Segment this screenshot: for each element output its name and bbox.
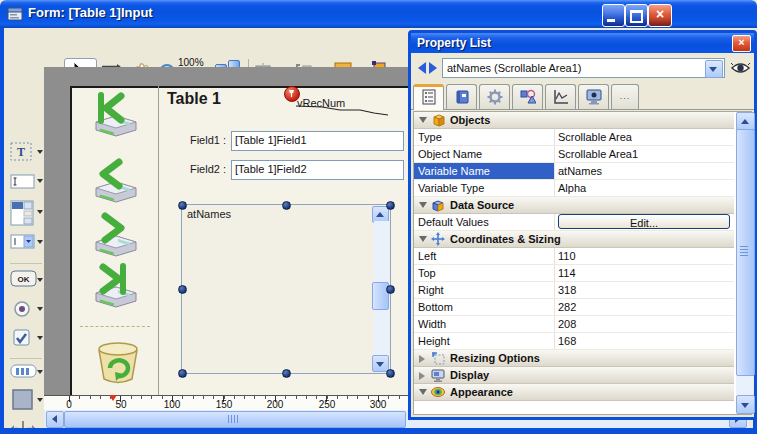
close-button[interactable]: ×	[648, 4, 672, 27]
listbox-dropdown-arrow[interactable]	[37, 210, 43, 214]
property-row-default-values[interactable]: Default Values Edit...	[414, 214, 734, 231]
rectangle-dropdown-arrow[interactable]	[37, 398, 43, 402]
svg-text:T: T	[17, 145, 25, 159]
property-list-titlebar[interactable]: Property List ×	[411, 33, 754, 53]
first-record-button[interactable]	[90, 90, 142, 140]
selection-handle[interactable]	[386, 369, 395, 378]
group-resizing-options[interactable]: Resizing Options	[414, 350, 734, 367]
show-hide-eye-icon[interactable]	[730, 59, 751, 77]
next-record-button[interactable]	[90, 210, 142, 260]
tab-events-gear[interactable]	[479, 84, 510, 109]
field2-input[interactable]: [Table 1]Field2	[231, 160, 404, 180]
property-row-object-name[interactable]: Object Name Scrollable Area1	[414, 146, 734, 163]
scrollable-area-object[interactable]: atNames	[181, 204, 391, 374]
combo-dropdown-button[interactable]	[705, 60, 723, 78]
button-tool-icon[interactable]: OK	[10, 270, 36, 292]
toolbar-group-separator	[10, 358, 42, 359]
delete-record-button[interactable]	[95, 338, 147, 388]
group-display[interactable]: Display	[414, 367, 734, 384]
close-icon: ×	[738, 36, 744, 48]
tab-chart-curve[interactable]	[545, 84, 576, 109]
selection-handle[interactable]	[386, 285, 395, 294]
ruler-label: 250	[319, 399, 336, 410]
scroll-left-button[interactable]	[46, 411, 64, 428]
combobox-dropdown-arrow[interactable]	[37, 240, 43, 244]
property-row-height[interactable]: Height 168	[414, 333, 734, 350]
nav-dashed-separator	[80, 326, 150, 327]
selection-handle[interactable]	[178, 285, 187, 294]
selection-handle[interactable]	[282, 369, 291, 378]
coordinates-move-icon	[431, 232, 445, 246]
selection-handle[interactable]	[178, 201, 187, 210]
svg-text:OK: OK	[18, 275, 30, 284]
scrollbar-thumb[interactable]	[736, 129, 755, 376]
group-appearance[interactable]: Appearance	[414, 384, 734, 401]
input-field-tool-icon[interactable]	[10, 173, 36, 195]
object-prev-next-buttons[interactable]	[416, 60, 440, 76]
collapse-triangle-icon[interactable]	[419, 389, 427, 395]
tab-database[interactable]	[446, 84, 477, 109]
object-selector-value: atNames (Scrollable Area1)	[447, 62, 582, 74]
property-row-bottom[interactable]: Bottom 282	[414, 299, 734, 316]
button-grid-dropdown-arrow[interactable]	[37, 370, 43, 374]
expand-triangle-icon[interactable]	[419, 355, 425, 363]
checkbox-dropdown-arrow[interactable]	[37, 336, 43, 340]
selection-handle[interactable]	[178, 369, 187, 378]
selection-handle[interactable]	[282, 201, 291, 210]
listbox-tool-icon[interactable]	[10, 200, 36, 222]
property-row-width[interactable]: Width 208	[414, 316, 734, 333]
form-section-divider	[158, 86, 159, 395]
hscrollbar-thumb[interactable]	[64, 411, 406, 428]
property-row-variable-type[interactable]: Variable Type Alpha	[414, 180, 734, 197]
property-row-top[interactable]: Top 114	[414, 265, 734, 282]
group-coordinates-sizing[interactable]: Coordinates & Sizing	[414, 231, 734, 248]
property-row-type[interactable]: Type Scrollable Area	[414, 129, 734, 146]
button-dropdown-arrow[interactable]	[37, 278, 43, 282]
appearance-eye-icon	[431, 385, 445, 399]
rectangle-tool-icon[interactable]	[12, 389, 38, 411]
input-field-dropdown-arrow[interactable]	[37, 179, 43, 183]
checkbox-tool-icon[interactable]	[13, 329, 39, 351]
static-text-dropdown-arrow[interactable]	[37, 150, 43, 154]
field1-label: Field1 :	[178, 134, 226, 146]
tab-objects-shapes[interactable]	[512, 84, 543, 109]
form-table-title: Table 1	[167, 90, 221, 108]
window-titlebar[interactable]: Form: [Table 1]Input ×	[0, 0, 757, 28]
previous-record-button[interactable]	[90, 156, 142, 206]
property-grid-scrollbar[interactable]	[736, 112, 753, 414]
collapse-triangle-icon[interactable]	[419, 202, 427, 208]
tab-more-ellipsis[interactable]: ...	[611, 84, 639, 109]
window-border-bottom	[0, 428, 757, 434]
object-selector-combo[interactable]: atNames (Scrollable Area1)	[442, 58, 725, 78]
last-record-button[interactable]	[90, 261, 142, 311]
tab-display-monitor[interactable]	[578, 84, 609, 109]
property-list-window: Property List × atNames (Scrollable Area…	[408, 30, 757, 420]
tab-property-list[interactable]	[413, 84, 444, 110]
property-list-close-button[interactable]: ×	[732, 35, 751, 52]
property-grid: Objects Type Scrollable Area Object Name…	[413, 111, 752, 415]
radio-dropdown-arrow[interactable]	[37, 307, 43, 311]
expand-triangle-icon[interactable]	[419, 372, 425, 380]
collapse-triangle-icon[interactable]	[419, 236, 427, 242]
group-data-source[interactable]: Data Source	[414, 197, 734, 214]
property-row-variable-name[interactable]: Variable Name atNames	[414, 163, 734, 180]
minimize-button[interactable]	[602, 4, 625, 27]
ruler-label: 100	[164, 399, 181, 410]
field1-input[interactable]: [Table 1]Field1	[231, 131, 404, 151]
toolbar-group-separator	[10, 263, 42, 264]
scroll-down-button[interactable]	[736, 395, 755, 414]
display-icon	[431, 368, 445, 382]
selection-handle[interactable]	[386, 201, 395, 210]
property-row-left[interactable]: Left 110	[414, 248, 734, 265]
collapse-triangle-icon[interactable]	[419, 117, 427, 123]
property-row-right[interactable]: Right 318	[414, 282, 734, 299]
maximize-button[interactable]	[625, 4, 648, 27]
ruler-position-marker	[109, 395, 117, 401]
button-grid-tool-icon[interactable]	[10, 364, 36, 386]
edit-default-values-button[interactable]: Edit...	[558, 214, 730, 229]
data-source-icon	[431, 198, 445, 212]
group-objects[interactable]: Objects	[414, 112, 734, 129]
static-text-tool-icon[interactable]: T	[10, 142, 36, 164]
radio-button-tool-icon[interactable]	[13, 300, 39, 322]
combobox-tool-icon[interactable]	[10, 234, 36, 256]
